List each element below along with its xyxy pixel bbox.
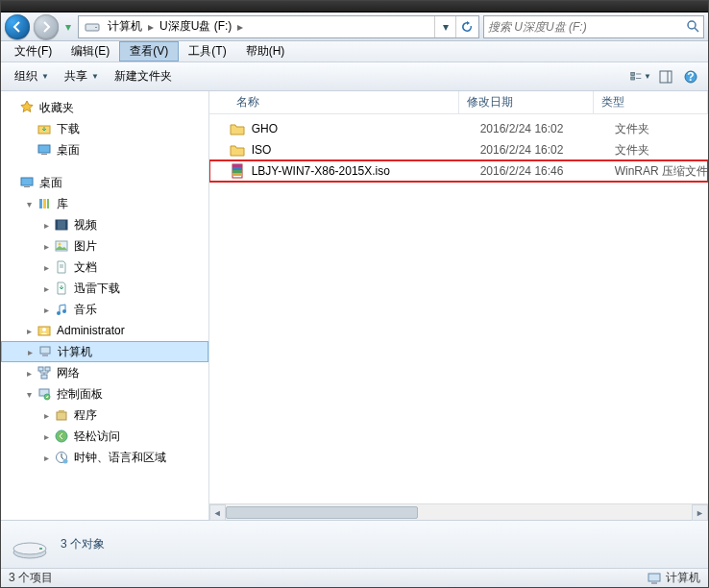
tree-label: 下载 [57,121,80,137]
search-input[interactable] [484,20,682,34]
status-item-count: 3 个项目 [9,570,53,586]
tree-downloads[interactable]: 下载 [1,118,208,139]
svg-rect-18 [43,199,46,208]
tree-administrator[interactable]: ▸Administrator [1,320,208,341]
svg-rect-39 [59,410,64,413]
nav-history-dropdown[interactable]: ▾ [62,20,74,34]
svg-rect-15 [21,178,33,185]
preview-pane-button[interactable] [654,66,677,87]
column-name[interactable]: 名称 [229,91,459,113]
tree-libraries[interactable]: ▾ 库 [1,193,208,214]
tree-label: 桌面 [57,142,80,159]
tree-documents[interactable]: ▸文档 [1,257,208,278]
horizontal-scrollbar[interactable]: ◄ ► [209,503,708,520]
svg-rect-46 [232,170,242,173]
scroll-thumb[interactable] [226,506,418,519]
computer-icon [37,344,54,359]
collapse-icon[interactable]: ▾ [22,389,36,400]
file-date: 2016/2/24 16:46 [480,164,615,178]
tree-control-panel[interactable]: ▾控制面板 [1,383,208,404]
svg-rect-33 [38,367,43,371]
svg-rect-13 [38,145,50,153]
tree-ease-of-access[interactable]: ▸轻松访问 [1,426,208,447]
search-icon[interactable] [682,20,703,33]
search-box[interactable] [483,15,704,38]
main-split: 收藏夹 下载 桌面 桌面 ▾ 库 [1,91,708,520]
clock-icon [53,450,70,465]
tree-favorites[interactable]: 收藏夹 [1,97,208,118]
chevron-right-icon[interactable]: ▸ [146,20,156,34]
music-icon [53,302,70,317]
svg-rect-16 [24,186,30,187]
menu-file[interactable]: 文件(F) [5,41,61,61]
tree-label: 迅雷下载 [74,281,120,297]
menu-help[interactable]: 帮助(H) [236,41,295,61]
chevron-right-icon[interactable]: ▸ [235,20,245,34]
drive-icon [85,19,100,35]
content-pane: 名称 修改日期 类型 GHO2016/2/24 16:02文件夹ISO2016/… [209,91,708,520]
file-row[interactable]: ISO2016/2/24 16:02文件夹 [209,139,708,160]
archive-icon [229,163,246,179]
column-headers: 名称 修改日期 类型 [209,91,708,114]
library-icon [36,196,53,211]
tree-desktop[interactable]: 桌面 [1,172,208,193]
help-button[interactable]: ? [679,66,702,87]
download-icon [53,281,70,296]
controlpanel-icon [36,386,53,402]
tree-xunlei[interactable]: ▸迅雷下载 [1,278,208,299]
svg-rect-1 [95,27,97,28]
tree-programs[interactable]: ▸程序 [1,404,208,426]
star-icon [18,100,36,115]
svg-rect-4 [631,72,635,75]
tree-clock-language-region[interactable]: ▸时钟、语言和区域 [1,447,208,468]
tree-network[interactable]: ▸网络 [1,362,208,383]
address-box[interactable]: 计算机 ▸ U深度U盘 (F:) ▸ ▾ [78,15,479,38]
nav-forward-button[interactable] [34,14,59,39]
column-type[interactable]: 类型 [594,91,708,113]
tree-label: 计算机 [58,344,92,360]
download-icon [36,121,53,136]
svg-rect-32 [42,355,48,356]
tree-videos[interactable]: ▸视频 [1,214,208,235]
refresh-button[interactable] [455,16,477,37]
tree-desktop-fav[interactable]: 桌面 [1,139,208,160]
file-row[interactable]: GHO2016/2/24 16:02文件夹 [209,118,708,139]
navigation-pane[interactable]: 收藏夹 下载 桌面 桌面 ▾ 库 [1,91,209,520]
organize-button[interactable]: 组织▼ [7,65,57,88]
svg-rect-22 [65,220,67,230]
file-date: 2016/2/24 16:02 [480,143,615,157]
menu-view[interactable]: 查看(V) [119,41,179,61]
programs-icon [53,407,70,423]
new-folder-button[interactable]: 新建文件夹 [107,65,180,88]
scroll-right-button[interactable]: ► [692,504,708,521]
svg-point-27 [57,311,61,315]
file-list[interactable]: GHO2016/2/24 16:02文件夹ISO2016/2/24 16:02文… [209,114,708,503]
svg-rect-19 [47,199,49,208]
address-dropdown-button[interactable]: ▾ [434,16,455,37]
tree-label: 视频 [74,217,97,233]
file-type: WinRAR 压缩文件 [615,163,708,180]
tree-pictures[interactable]: ▸图片 [1,235,208,257]
nav-back-button[interactable] [5,14,30,39]
menu-edit[interactable]: 编辑(E) [61,41,119,61]
share-button[interactable]: 共享▼ [57,65,107,88]
desktop-icon [36,142,53,158]
drive-icon [11,529,49,560]
status-bar: 3 个项目 计算机 [1,568,708,587]
window-chrome-top [1,1,708,12]
svg-rect-14 [41,154,47,155]
breadcrumb-drive[interactable]: U深度U盘 (F:) [156,16,235,37]
tree-computer[interactable]: ▸计算机 [1,341,208,362]
collapse-icon[interactable]: ▾ [22,199,36,209]
menu-tools[interactable]: 工具(T) [179,41,235,61]
column-date[interactable]: 修改日期 [459,91,594,113]
file-row[interactable]: LBJY-WIN7-X86-2015X.iso2016/2/24 16:46Wi… [209,160,708,182]
file-name: ISO [252,143,480,157]
svg-rect-38 [57,412,66,420]
svg-rect-17 [39,199,42,208]
breadcrumb-computer[interactable]: 计算机 [104,16,146,37]
tree-music[interactable]: ▸音乐 [1,299,208,320]
scroll-left-button[interactable]: ◄ [209,504,226,521]
svg-rect-50 [39,548,42,550]
view-options-button[interactable]: ▼ [629,66,652,87]
